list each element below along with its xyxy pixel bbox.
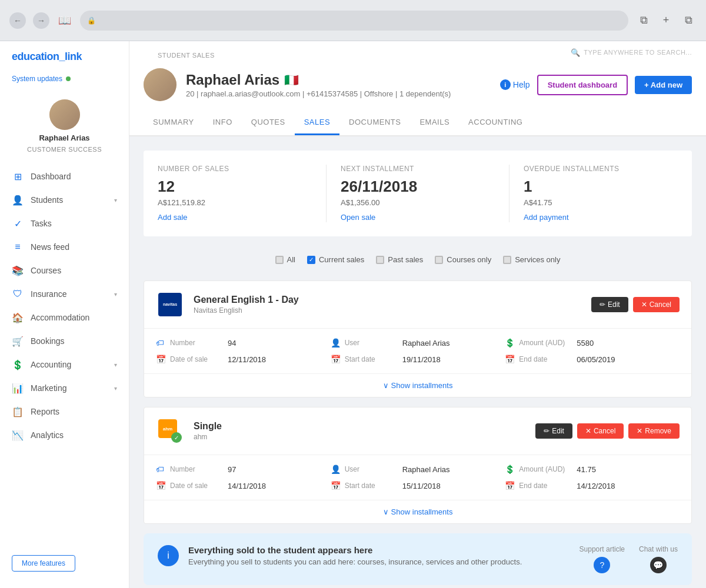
stat-overdue-sub: A$41.75 <box>524 198 678 207</box>
add-tab-button[interactable]: + <box>658 12 674 29</box>
check-icon: ✓ <box>174 435 179 441</box>
sidebar-item-dashboard[interactable]: ⊞ Dashboard <box>0 165 129 188</box>
filter-current-sales-checkbox[interactable] <box>307 256 315 264</box>
add-sale-link[interactable]: Add sale <box>158 213 188 222</box>
calendar-start-icon-1: 📅 <box>331 355 340 364</box>
tab-documents[interactable]: DOCUMENTS <box>339 111 410 135</box>
support-article-action[interactable]: Support article ? <box>580 545 625 573</box>
tab-summary[interactable]: SUMMARY <box>144 111 204 135</box>
search-placeholder: TYPE ANYWHERE TO SEARCH... <box>584 49 692 56</box>
bookmarks-button[interactable]: 📖 <box>56 12 73 29</box>
sale-card-1-logo: navitas <box>156 290 184 319</box>
sale-card-1-title: General English 1 - Day <box>194 295 582 305</box>
stat-number-value: 12 <box>158 178 312 196</box>
sidebar-item-analytics[interactable]: 📉 Analytics <box>0 423 129 447</box>
tab-quotes[interactable]: QUOTES <box>242 111 295 135</box>
sidebar-item-reports[interactable]: 📋 Reports <box>0 400 129 423</box>
sidebar-item-news-feed[interactable]: ≡ News feed <box>0 235 129 259</box>
tab-sales[interactable]: SALES <box>295 111 339 135</box>
sidebar-label-news-feed: News feed <box>31 242 117 252</box>
sale-card-1-subtitle: Navitas English <box>194 306 582 315</box>
search-icon: 🔍 <box>571 48 580 57</box>
open-sale-link[interactable]: Open sale <box>341 213 375 222</box>
support-label: Support article <box>580 545 625 553</box>
page-header: STUDENT SALES 🔍 TYPE ANYWHERE TO SEARCH.… <box>129 41 706 136</box>
sidebar-item-accounting[interactable]: 💲 Accounting ▾ <box>0 353 129 376</box>
sidebar-label-reports: Reports <box>31 407 117 416</box>
sale-card-1: navitas General English 1 - Day Navitas … <box>144 280 692 397</box>
help-icon: i <box>500 79 511 90</box>
filter-all[interactable]: All <box>275 255 295 264</box>
navitas-logo: navitas <box>158 293 182 316</box>
tab-info[interactable]: INFO <box>204 111 242 135</box>
bookings-icon: 🛒 <box>12 335 24 347</box>
new-tab-button[interactable]: ⧉ <box>635 12 652 29</box>
end-date-label: End date <box>519 355 572 363</box>
sale-field-user-1: 👤 User Raphael Arias <box>331 338 505 348</box>
tab-emails[interactable]: EMAILS <box>410 111 459 135</box>
back-button[interactable]: ← <box>9 12 26 29</box>
support-icon: ? <box>594 557 610 573</box>
sale-field-start-date-1: 📅 Start date 19/11/2018 <box>331 355 505 364</box>
filter-current-sales-label: Current sales <box>319 255 364 264</box>
lock-icon: 🔒 <box>87 16 96 25</box>
sidebar-label-insurance: Insurance <box>31 289 107 299</box>
analytics-icon: 📉 <box>12 429 24 441</box>
filter-past-sales-checkbox[interactable] <box>376 256 384 264</box>
amount-label-2: Amount (AUD) <box>519 465 572 473</box>
forward-button[interactable]: → <box>33 12 49 29</box>
address-bar[interactable]: 🔒 <box>80 11 628 31</box>
sidebar-item-insurance[interactable]: 🛡 Insurance ▾ <box>0 282 129 306</box>
user-icon-1: 👤 <box>331 338 340 348</box>
tab-accounting[interactable]: ACCOUNTING <box>459 111 532 135</box>
stat-next-sub: A$1,356.00 <box>341 198 495 207</box>
filter-all-checkbox[interactable] <box>275 256 284 264</box>
more-features-section: More features <box>0 548 129 579</box>
sale-card-2-remove-button[interactable]: ✕ Remove <box>628 423 680 439</box>
sidebar-item-tasks[interactable]: ✓ Tasks <box>0 212 129 235</box>
sale-card-2-cancel-button[interactable]: ✕ Cancel <box>577 423 624 439</box>
chevron-down-icon-1: ∨ <box>383 381 389 390</box>
sale-card-2-edit-button[interactable]: ✏ Edit <box>535 423 572 439</box>
info-content: Everything sold to the student appears h… <box>188 545 570 573</box>
calendar-start-icon-2: 📅 <box>331 481 340 490</box>
filter-services-only[interactable]: Services only <box>503 255 560 264</box>
cancel-x-icon: ✕ <box>641 300 647 309</box>
show-installments-1[interactable]: ∨ Show installments <box>144 373 691 397</box>
system-updates[interactable]: System updates <box>0 72 129 92</box>
sidebar-item-accommodation[interactable]: 🏠 Accommodation <box>0 306 129 329</box>
user-label-2: User <box>345 465 398 473</box>
help-button[interactable]: i Help <box>500 79 530 90</box>
sidebar-item-courses[interactable]: 📚 Courses <box>0 259 129 282</box>
header-actions: i Help Student dashboard + Add new <box>500 75 692 95</box>
filter-courses-only-checkbox[interactable] <box>435 256 443 264</box>
more-features-button[interactable]: More features <box>12 555 75 572</box>
date-of-sale-value-2: 14/11/2018 <box>228 482 266 490</box>
tag-icon-2: 🏷 <box>156 465 165 474</box>
dashboard-icon: ⊞ <box>12 171 24 182</box>
tab-overview-button[interactable]: ⧉ <box>680 12 697 29</box>
sidebar-item-marketing[interactable]: 📊 Marketing ▾ <box>0 376 129 400</box>
sidebar-item-students[interactable]: 👤 Students ▾ <box>0 188 129 212</box>
chat-action[interactable]: Chat with us 💬 <box>639 545 678 573</box>
number-value-1: 94 <box>228 339 236 348</box>
filter-services-only-checkbox[interactable] <box>503 256 511 264</box>
calendar-end-icon-1: 📅 <box>505 355 514 364</box>
filter-current-sales[interactable]: Current sales <box>307 255 364 264</box>
start-date-label-2: Start date <box>345 482 398 490</box>
add-new-button[interactable]: + Add new <box>635 76 692 94</box>
courses-icon: 📚 <box>12 265 24 276</box>
student-dashboard-button[interactable]: Student dashboard <box>537 75 628 95</box>
filter-courses-only[interactable]: Courses only <box>435 255 491 264</box>
date-of-sale-value-1: 12/11/2018 <box>228 355 266 364</box>
filter-past-sales[interactable]: Past sales <box>376 255 423 264</box>
add-payment-link[interactable]: Add payment <box>524 213 569 222</box>
sale-card-1-edit-button[interactable]: ✏ Edit <box>591 297 628 312</box>
logo-text: education_link <box>12 51 82 62</box>
show-installments-2[interactable]: ∨ Show installments <box>144 500 691 523</box>
sale-card-1-cancel-button[interactable]: ✕ Cancel <box>633 297 680 312</box>
sidebar-item-bookings[interactable]: 🛒 Bookings <box>0 329 129 353</box>
tasks-icon: ✓ <box>12 218 24 229</box>
sale-card-2-details: 🏷 Number 97 👤 User Raphael Arias 💲 Amoun… <box>144 455 691 500</box>
student-meta: 20 | raphael.a.arias@outlook.com | +6141… <box>186 89 491 98</box>
